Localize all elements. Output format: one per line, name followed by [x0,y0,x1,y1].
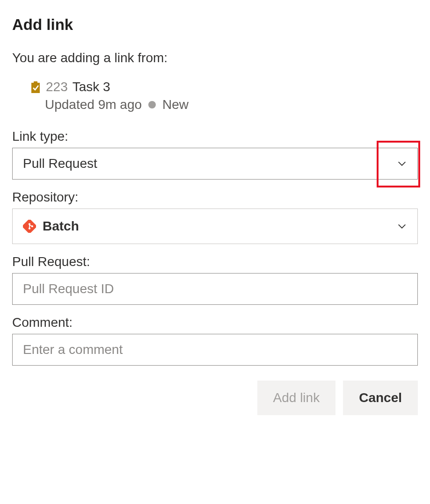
workitem-meta: Updated 9m ago New [12,97,418,112]
link-type-value: Pull Request [23,156,97,171]
task-icon [30,81,41,93]
repository-label: Repository: [12,190,418,205]
status-dot-icon [148,101,156,108]
repository-select[interactable]: Batch [12,209,418,244]
link-type-label: Link type: [12,129,418,144]
git-repo-icon [23,220,36,233]
svg-rect-1 [34,81,37,84]
repository-value: Batch [43,219,79,234]
svg-rect-0 [31,83,40,93]
workitem-state: New [162,97,189,112]
button-row: Add link Cancel [12,381,418,415]
add-link-button[interactable]: Add link [257,381,336,415]
chevron-down-icon [397,221,407,231]
workitem-updated: Updated 9m ago [45,97,142,112]
link-type-select[interactable]: Pull Request [12,148,418,180]
chevron-down-icon [397,158,407,169]
workitem-row: 223 Task 3 [12,79,418,94]
workitem-title: Task 3 [73,79,110,94]
comment-input[interactable] [12,334,418,366]
comment-label: Comment: [12,315,418,330]
pull-request-input[interactable] [12,273,418,305]
workitem-id: 223 [46,79,68,94]
dialog-subtext: You are adding a link from: [12,50,418,65]
dialog-title: Add link [12,16,418,34]
pull-request-label: Pull Request: [12,254,418,269]
cancel-button[interactable]: Cancel [343,381,418,415]
